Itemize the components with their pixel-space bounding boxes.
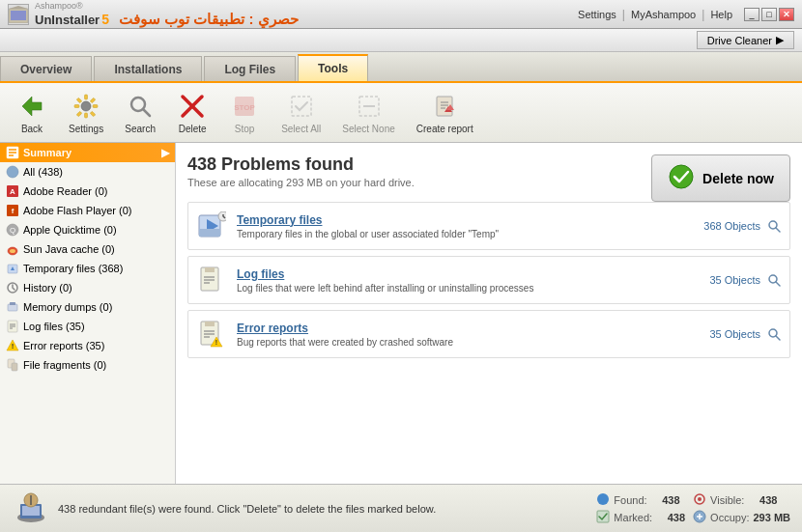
sidebar-item-history[interactable]: History (0): [0, 278, 175, 297]
svg-text:!: !: [215, 339, 217, 346]
log-row-desc: Log files that were left behind after in…: [237, 283, 709, 294]
error-row-text: Error reports Bug reports that were crea…: [237, 322, 709, 348]
stop-button[interactable]: STOP Stop: [220, 86, 269, 139]
error-reports-icon: !: [6, 339, 19, 352]
log-files-icon: [6, 320, 19, 333]
svg-line-67: [776, 282, 780, 286]
svg-rect-7: [74, 105, 79, 108]
log-row-name[interactable]: Log files: [237, 267, 709, 281]
svg-rect-62: [205, 267, 215, 272]
svg-point-54: [670, 165, 693, 188]
drive-cleaner-button[interactable]: Drive Cleaner ▶: [697, 31, 794, 49]
sidebar-item-adobe-reader[interactable]: A Adobe Reader (0): [0, 182, 175, 201]
drive-cleaner-arrow: ▶: [776, 34, 784, 46]
delete-now-button[interactable]: Delete now: [651, 154, 790, 202]
sidebar: Summary ▶ All (438) A Adobe Reader (0) f…: [0, 143, 176, 484]
svg-point-32: [7, 166, 18, 178]
delete-label: Delete: [179, 124, 207, 134]
temp-row-search-icon[interactable]: [766, 218, 782, 234]
tabs-bar: Overview Installations Log Files Tools: [0, 52, 802, 83]
adobe-reader-icon: A: [6, 184, 19, 198]
select-none-button[interactable]: Select None: [333, 86, 403, 139]
create-report-icon: [429, 91, 460, 122]
sidebar-item-temp-files[interactable]: Temporary files (368): [0, 259, 175, 278]
sidebar-item-all[interactable]: All (438): [0, 162, 175, 182]
delete-now-check-icon: [668, 163, 695, 193]
found-value: 438: [651, 494, 680, 506]
select-all-button[interactable]: Select All: [272, 86, 329, 139]
apple-quicktime-icon: Q: [6, 223, 19, 237]
svg-rect-53: [12, 363, 17, 371]
myashampoo-link[interactable]: MyAshampoo: [627, 7, 700, 22]
sidebar-item-apple-quicktime[interactable]: Q Apple Quicktime (0): [0, 220, 175, 239]
search-icon: [125, 91, 156, 122]
minimize-button[interactable]: _: [744, 8, 759, 21]
settings-link[interactable]: Settings: [574, 7, 620, 22]
settings-button[interactable]: Settings: [60, 86, 112, 139]
temp-row-icon: [196, 210, 227, 241]
sidebar-item-summary[interactable]: Summary ▶: [0, 143, 175, 162]
summary-icon: [6, 146, 19, 159]
back-button[interactable]: Back: [8, 86, 56, 139]
sun-java-icon: [6, 242, 19, 256]
problem-row-log: Log files Log files that were left behin…: [187, 256, 790, 304]
maximize-button[interactable]: □: [761, 8, 777, 21]
status-stats: Found: 438 Visible: 438 Marked: 438 Occu…: [596, 492, 790, 525]
all-label: All (438): [23, 166, 63, 178]
app-name: UnInstaller: [35, 13, 100, 27]
tab-tools[interactable]: Tools: [298, 54, 368, 81]
sidebar-item-file-fragments[interactable]: File fragments (0): [0, 355, 175, 375]
create-report-button[interactable]: Create report: [408, 86, 482, 139]
sidebar-item-log-files[interactable]: Log files (35): [0, 317, 175, 336]
status-icon: [12, 490, 50, 528]
svg-point-82: [597, 493, 609, 505]
error-row-count: 35 Objects: [709, 328, 760, 340]
error-row-search-icon[interactable]: [766, 326, 782, 342]
file-fragments-label: File fragments (0): [23, 359, 106, 371]
close-button[interactable]: ✕: [779, 8, 794, 21]
delete-icon: [177, 91, 208, 122]
all-icon: [6, 165, 19, 179]
app-logo: [8, 4, 29, 25]
svg-rect-9: [76, 98, 82, 103]
svg-rect-44: [8, 304, 17, 311]
sidebar-item-sun-java[interactable]: Sun Java cache (0): [0, 239, 175, 259]
help-link[interactable]: Help: [706, 7, 736, 22]
svg-line-60: [776, 228, 780, 232]
sidebar-item-adobe-flash[interactable]: f Adobe Flash Player (0): [0, 201, 175, 220]
tab-overview[interactable]: Overview: [0, 56, 92, 81]
temp-files-icon: [6, 262, 19, 275]
visible-icon: [693, 492, 706, 508]
app-version: 5: [101, 12, 109, 27]
window-controls: _ □ ✕: [744, 8, 794, 21]
svg-point-84: [698, 497, 702, 501]
svg-rect-6: [85, 113, 88, 118]
error-row-icon: !: [196, 319, 227, 350]
svg-point-40: [10, 249, 15, 253]
title-bar-links: Settings | MyAshampoo | Help: [574, 7, 736, 22]
tab-log-files[interactable]: Log Files: [204, 56, 296, 81]
select-none-label: Select None: [342, 124, 394, 134]
svg-point-58: [218, 211, 226, 221]
sidebar-item-error-reports[interactable]: ! Error reports (35): [0, 336, 175, 355]
svg-text:Q: Q: [10, 226, 15, 235]
tab-installations[interactable]: Installations: [94, 56, 202, 81]
temp-row-name[interactable]: Temporary files: [237, 213, 703, 227]
summary-arrow: ▶: [161, 147, 169, 159]
svg-rect-5: [85, 95, 88, 99]
svg-rect-57: [199, 229, 220, 237]
svg-text:A: A: [10, 187, 15, 196]
settings-icon: [71, 91, 101, 122]
svg-point-4: [81, 101, 91, 111]
content-panel: Delete now 438 Problems found These are …: [176, 143, 802, 484]
title-bar: Ashampoo® UnInstaller5 حصري : تطبيقات تو…: [0, 0, 802, 29]
search-button[interactable]: Search: [116, 86, 164, 139]
sidebar-item-memory-dumps[interactable]: Memory dumps (0): [0, 297, 175, 317]
delete-button[interactable]: Delete: [168, 86, 216, 139]
visible-value: 438: [748, 494, 777, 506]
error-row-name[interactable]: Error reports: [237, 322, 709, 335]
log-row-search-icon[interactable]: [766, 272, 782, 288]
problem-row-temp: Temporary files Temporary files in the g…: [187, 202, 790, 250]
back-icon: [16, 91, 47, 122]
log-files-label: Log files (35): [23, 321, 85, 332]
